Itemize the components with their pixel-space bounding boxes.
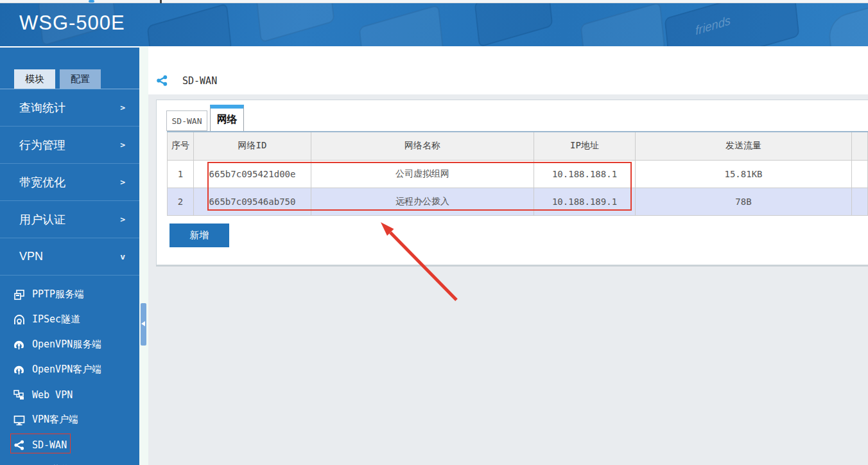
openvpn-icon xyxy=(13,338,25,351)
sidebar-item-label: VPN xyxy=(19,250,43,263)
cell-network-id: 665b7c09546ab750 xyxy=(194,188,311,215)
page-title: SD-WAN xyxy=(182,75,217,87)
keyboard-key-decor xyxy=(827,3,868,46)
breadcrumb: SD-WAN xyxy=(156,75,217,87)
app-header: friends WSG-500E xyxy=(0,3,868,46)
sidebar-item-label: Web VPN xyxy=(32,389,73,401)
sidebar-item-vpn-client[interactable]: VPN客户端 xyxy=(0,407,139,432)
tab-network[interactable]: 网络 xyxy=(210,105,244,131)
keyboard-key-decor xyxy=(359,4,444,46)
sidebar-item-pptp-server[interactable]: PPTP服务端 xyxy=(0,282,139,307)
sidebar-item-label: 带宽优化 xyxy=(19,175,65,190)
sidebar: 模块 配置 查询统计 > 行为管理 > 带宽优化 > 用户认证 > VPN v … xyxy=(0,46,139,465)
sidebar-item-web-vpn[interactable]: Web VPN xyxy=(0,382,139,407)
add-button[interactable]: 新增 xyxy=(169,224,229,247)
cell-seq: 1 xyxy=(168,160,194,188)
cell-network-name: 公司虚拟组网 xyxy=(311,160,534,188)
panel-tabs: SD-WAN 网络 xyxy=(166,105,244,131)
chevron-right-icon: > xyxy=(120,103,125,112)
keyboard-key-decor xyxy=(580,3,666,46)
keyboard-key-decor xyxy=(474,3,553,46)
table-header-row: 序号 网络ID 网络名称 IP地址 发送流量 xyxy=(168,132,868,160)
chevron-right-icon: > xyxy=(120,140,125,150)
col-header-seq: 序号 xyxy=(168,132,194,160)
sidebar-item-query-stats[interactable]: 查询统计 > xyxy=(0,89,139,127)
share-icon xyxy=(13,439,25,451)
openvpn-icon xyxy=(13,364,25,376)
sidebar-item-bandwidth-opt[interactable]: 带宽优化 > xyxy=(0,164,139,201)
tunnel-icon xyxy=(13,313,25,326)
browser-edge-artifact-icon xyxy=(89,0,94,3)
browser-edge-sliver xyxy=(0,0,868,3)
cell-ip: 10.188.188.1 xyxy=(534,160,636,188)
breadcrumb-band: SD-WAN xyxy=(148,46,868,94)
keyboard-key-decor xyxy=(664,3,800,46)
sidebar-item-openvpn-client[interactable]: OpenVPN客户端 xyxy=(0,357,139,382)
sidebar-item-label: 查询统计 xyxy=(19,100,65,116)
sidebar-item-label: SD-WAN xyxy=(32,439,67,451)
monitor-icon xyxy=(13,414,25,426)
chevron-down-icon: v xyxy=(120,252,125,261)
sidebar-item-sd-wan[interactable]: SD-WAN xyxy=(0,432,139,457)
sidebar-item-label: 行为管理 xyxy=(19,137,65,153)
sidebar-tab-modules[interactable]: 模块 xyxy=(14,69,55,89)
cell-tx: 78B xyxy=(636,188,852,215)
cell-tx: 15.81KB xyxy=(636,160,852,188)
content-panel: SD-WAN 网络 序号 网络ID 网络名称 IP地址 发送流量 1 665b7… xyxy=(156,100,868,265)
sidebar-gutter xyxy=(139,46,148,465)
sidebar-item-gre-tunnel[interactable]: GRE隧道 xyxy=(0,457,139,465)
vpn-submenu: PPTP服务端 IPSec隧道 OpenVPN服务端 OpenVPN客户端 We… xyxy=(0,276,139,465)
sidebar-tab-config[interactable]: 配置 xyxy=(60,69,101,89)
col-header-network-name: 网络名称 xyxy=(311,132,534,160)
table-row: 2 665b7c09546ab750 远程办公拨入 10.188.189.1 7… xyxy=(168,188,868,215)
share-icon xyxy=(156,75,168,87)
sidebar-collapse-handle[interactable] xyxy=(141,303,146,346)
col-header-network-id: 网络ID xyxy=(194,132,311,160)
browser-edge-artifact xyxy=(160,0,162,3)
sidebar-item-vpn[interactable]: VPN v xyxy=(0,238,139,276)
sidebar-item-ipsec-tunnel[interactable]: IPSec隧道 xyxy=(0,307,139,332)
keyboard-key-decor xyxy=(256,3,335,43)
tab-sd-wan[interactable]: SD-WAN xyxy=(166,110,207,131)
network-table: 序号 网络ID 网络名称 IP地址 发送流量 1 665b7c095421d00… xyxy=(167,131,868,216)
cell-network-name: 远程办公拨入 xyxy=(311,188,534,215)
col-header-cutoff xyxy=(852,132,868,160)
sidebar-item-label: PPTP服务端 xyxy=(32,288,84,301)
cell-cutoff xyxy=(852,160,868,188)
cell-seq: 2 xyxy=(168,188,194,215)
col-header-tx: 发送流量 xyxy=(636,132,852,160)
sidebar-item-label: OpenVPN服务端 xyxy=(32,338,101,351)
chevron-right-icon: > xyxy=(120,215,125,224)
chevron-right-icon: > xyxy=(120,177,125,187)
app-title: WSG-500E xyxy=(19,12,125,35)
sidebar-tabs: 模块 配置 xyxy=(14,69,139,89)
sidebar-item-label: OpenVPN客户端 xyxy=(32,364,101,376)
sidebar-item-openvpn-server[interactable]: OpenVPN服务端 xyxy=(0,332,139,357)
sidebar-item-behavior-mgmt[interactable]: 行为管理 > xyxy=(0,127,139,164)
cell-cutoff xyxy=(852,188,868,215)
table-row: 1 665b7c095421d00e 公司虚拟组网 10.188.188.1 1… xyxy=(168,160,868,188)
cell-ip: 10.188.189.1 xyxy=(534,188,636,215)
keyboard-key-decor xyxy=(147,3,232,46)
sidebar-item-user-auth[interactable]: 用户认证 > xyxy=(0,201,139,238)
cell-network-id: 665b7c095421d00e xyxy=(194,160,311,188)
col-header-ip: IP地址 xyxy=(534,132,636,160)
windows-icon xyxy=(13,288,25,301)
sidebar-item-label: IPSec隧道 xyxy=(32,313,80,326)
sidebar-item-label: 用户认证 xyxy=(19,212,65,227)
sidebar-item-label: VPN客户端 xyxy=(32,414,78,426)
nodes-icon xyxy=(13,389,25,401)
